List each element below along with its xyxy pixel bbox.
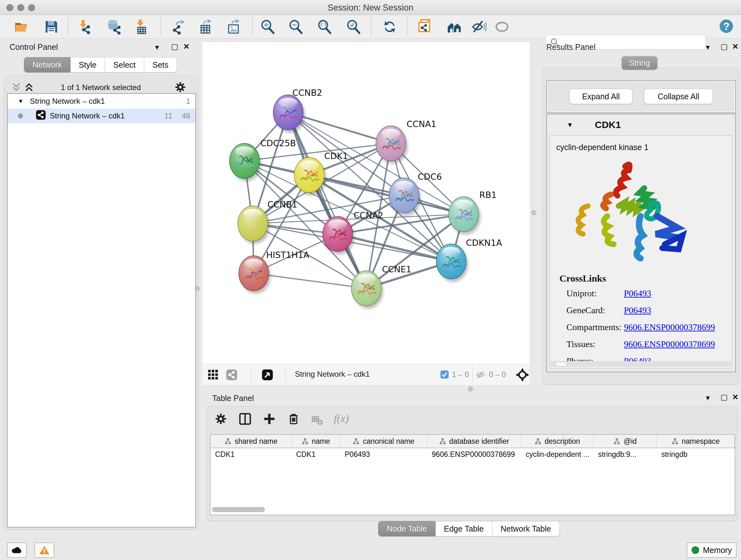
zoom-out-icon[interactable] (288, 19, 304, 35)
open-file-icon[interactable] (14, 19, 29, 35)
node-CCNE1[interactable]: CCNE1 (351, 264, 411, 309)
tab-network-table[interactable]: Network Table (492, 521, 560, 537)
expand-all-button[interactable]: Expand All (569, 89, 632, 104)
tab-style[interactable]: Style (71, 57, 105, 72)
table-panel-close-icon[interactable]: ✕ (732, 393, 738, 401)
column-header-shared-name[interactable]: shared name (211, 435, 292, 448)
cdk1-collapse-icon[interactable]: ▼ (567, 121, 573, 129)
left-splitter-handle[interactable] (195, 286, 200, 291)
node-CDC6[interactable]: CDC6 (389, 172, 442, 216)
show-all-icon[interactable] (494, 19, 510, 35)
memory-button[interactable]: Memory (687, 543, 737, 558)
horizontal-splitter-handle[interactable] (468, 386, 473, 391)
save-session-icon[interactable] (44, 19, 59, 35)
table-hscrollbar-thumb[interactable] (212, 507, 265, 512)
results-buttons-box: Expand All Collapse All (546, 80, 736, 113)
tab-network[interactable]: Network (24, 57, 71, 72)
export-network-icon[interactable] (171, 19, 186, 35)
zoom-fit-icon[interactable] (317, 19, 332, 35)
column-header-id[interactable]: @id (594, 435, 657, 448)
tab-node-table[interactable]: Node Table (378, 521, 435, 537)
network-options-gear-icon[interactable] (174, 81, 186, 95)
results-hscrollbar[interactable] (550, 361, 731, 367)
column-header-canonical-name[interactable]: canonical name (340, 435, 427, 448)
cdk1-gene-name: CDK1 (595, 119, 621, 130)
results-panel-menu-icon[interactable]: ▾ (706, 44, 710, 51)
results-hscrollbar-thumb[interactable] (556, 362, 567, 367)
table-cell[interactable]: 9606.ENSP00000378699 (427, 448, 522, 460)
network-collection-row[interactable]: ▼ String Network – cdk1 1 (8, 94, 195, 109)
first-neighbors-icon[interactable] (447, 19, 462, 35)
export-table-icon[interactable] (198, 19, 213, 35)
table-settings-gear-icon[interactable] (214, 413, 227, 427)
table-cell[interactable]: CDK1 (211, 448, 292, 460)
results-panel-close-icon[interactable]: ✕ (732, 43, 738, 51)
table-row[interactable]: CDK1CDK1P064939606.ENSP00000378699cyclin… (211, 448, 735, 460)
crosslink-link[interactable]: P06493 (624, 305, 651, 315)
right-splitter-handle[interactable] (531, 210, 536, 215)
edge-CCNE1-CCNB2[interactable] (288, 112, 366, 288)
column-header-name[interactable]: name (292, 435, 340, 448)
collection-expand-icon[interactable]: ▼ (18, 98, 23, 105)
export-image-icon[interactable] (226, 19, 242, 35)
results-panel-float-icon[interactable]: ▢ (721, 43, 728, 51)
tab-edge-table[interactable]: Edge Table (435, 521, 492, 537)
grid-view-icon[interactable] (207, 369, 219, 382)
pan-crosshair-icon[interactable] (516, 368, 529, 383)
birds-eye-view-icon[interactable] (262, 369, 273, 382)
add-column-icon[interactable] (263, 413, 276, 427)
node-CCNB2[interactable]: CCNB2 (273, 88, 322, 133)
hide-selected-icon[interactable] (471, 19, 487, 35)
help-icon[interactable]: ? (719, 18, 734, 34)
import-network-database-icon[interactable] (107, 19, 122, 35)
control-panel-close-icon[interactable]: ✕ (183, 43, 190, 51)
toolbar-separator (160, 17, 161, 36)
string-network-icon (36, 110, 46, 122)
node-HIST1H1A[interactable]: HIST1H1A (239, 250, 310, 294)
title-bar: Session: New Session (0, 0, 741, 15)
zoom-in-icon[interactable] (260, 19, 275, 35)
column-header-namespace[interactable]: namespace (657, 435, 735, 448)
node-CCNA1[interactable]: CCNA1 (376, 119, 436, 164)
network-tree: ▼ String Network – cdk1 1 String Network… (7, 93, 196, 527)
cloud-button[interactable] (7, 543, 27, 558)
import-table-file-icon[interactable] (134, 19, 149, 35)
table-cell[interactable]: P06493 (340, 448, 427, 460)
table-cell[interactable]: cyclin-dependent ... (521, 448, 594, 460)
function-builder-icon[interactable]: f(x) (334, 413, 349, 425)
tab-sets[interactable]: Sets (144, 57, 177, 72)
crosslink-link[interactable]: P06493 (624, 288, 651, 299)
memory-status-dot (691, 546, 699, 554)
table-panel-menu-icon[interactable]: ▾ (706, 394, 710, 401)
control-panel-menu-icon[interactable]: ▾ (155, 44, 159, 51)
delete-table-icon[interactable] (312, 415, 323, 427)
column-header-description[interactable]: description (521, 435, 594, 448)
zoom-selected-icon[interactable] (346, 19, 361, 35)
refresh-icon[interactable] (382, 19, 397, 35)
delete-column-trash-icon[interactable] (287, 413, 300, 427)
show-hide-columns-icon[interactable] (239, 413, 252, 427)
collection-label: String Network – cdk1 (30, 97, 105, 106)
node-table[interactable]: shared namenamecanonical namedatabase id… (210, 434, 735, 515)
string-network-graph[interactable]: CCNB2 CCNA1 CDC25B CDK1 CDC6 RB1 CCNB1 C… (202, 42, 530, 364)
node-RB1[interactable]: RB1 (449, 190, 496, 235)
table-panel-float-icon[interactable]: ▢ (721, 393, 728, 401)
network-row[interactable]: String Network – cdk1 11 48 (8, 109, 195, 123)
network-canvas[interactable]: CCNB2 CCNA1 CDC25B CDK1 CDC6 RB1 CCNB1 C… (202, 42, 530, 364)
table-cell[interactable]: stringdb (657, 448, 735, 460)
column-header-database-identifier[interactable]: database identifier (427, 435, 522, 448)
results-tab-string[interactable]: String (622, 56, 657, 70)
new-network-from-selection-icon[interactable] (417, 19, 432, 35)
tab-select[interactable]: Select (105, 57, 144, 72)
crosslink-link[interactable]: 9606.ENSP00000378699 (624, 322, 715, 332)
table-cell[interactable]: stringdb:9... (594, 448, 657, 460)
collapse-all-button[interactable]: Collapse All (644, 89, 713, 104)
crosslink-link[interactable]: 9606.ENSP00000378699 (624, 339, 715, 349)
import-network-file-icon[interactable] (77, 19, 92, 35)
selected-checkbox-icon[interactable] (440, 370, 449, 380)
warning-button[interactable] (35, 543, 54, 558)
control-panel-float-icon[interactable]: ▢ (171, 43, 179, 51)
node-CDKN1A[interactable]: CDKN1A (436, 238, 502, 282)
table-cell[interactable]: CDK1 (292, 448, 340, 460)
network-thumbnail-icon[interactable] (226, 369, 238, 382)
